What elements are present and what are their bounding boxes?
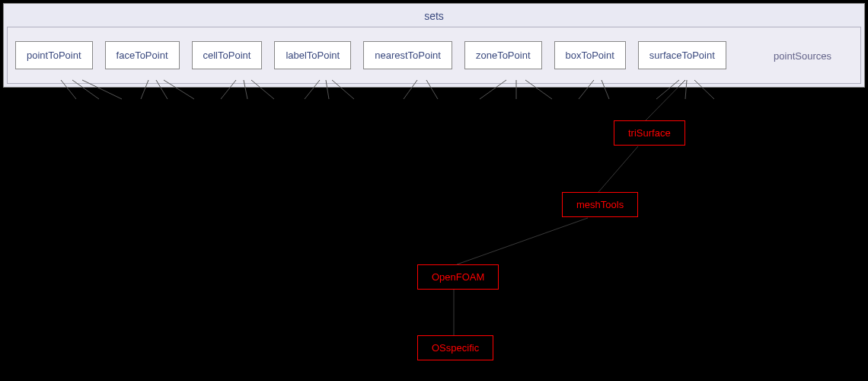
node-box-to-point[interactable]: boxToPoint <box>554 41 626 69</box>
node-face-to-point[interactable]: faceToPoint <box>105 41 180 69</box>
node-point-to-point[interactable]: pointToPoint <box>15 41 93 69</box>
red-node-osspecific[interactable]: OSspecific <box>417 335 493 360</box>
header-title[interactable]: sets <box>7 7 861 27</box>
node-cell-to-point[interactable]: cellToPoint <box>192 41 263 69</box>
red-node-trisurface[interactable]: triSurface <box>614 120 685 146</box>
svg-line-2 <box>457 218 588 264</box>
node-surface-to-point[interactable]: surfaceToPoint <box>638 41 726 69</box>
red-node-meshtools[interactable]: meshTools <box>562 192 638 217</box>
node-nearest-to-point[interactable]: nearestToPoint <box>363 41 452 69</box>
diagram-outer-box: sets pointToPoint faceToPoint cellToPoin… <box>3 3 865 88</box>
red-node-openfoam[interactable]: OpenFOAM <box>417 264 499 290</box>
node-zone-to-point[interactable]: zoneToPoint <box>464 41 542 69</box>
node-label-to-point[interactable]: labelToPoint <box>274 41 351 69</box>
folder-label[interactable]: pointSources <box>774 50 831 61</box>
point-sources-folder: pointToPoint faceToPoint cellToPoint lab… <box>7 27 861 84</box>
svg-line-1 <box>598 146 638 192</box>
